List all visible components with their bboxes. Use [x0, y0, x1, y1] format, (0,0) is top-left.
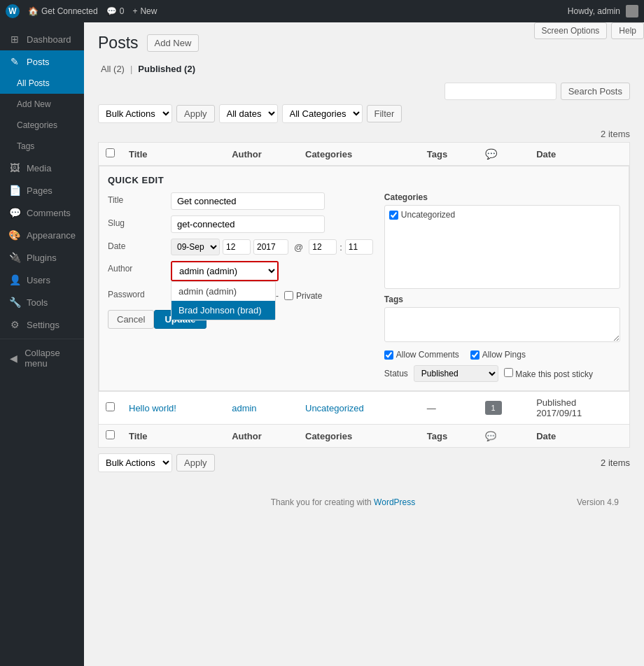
footer-title[interactable]: Title	[122, 425, 225, 448]
dates-select[interactable]: All dates	[219, 104, 278, 123]
help-button[interactable]: Help	[611, 22, 644, 39]
sidebar-item-posts[interactable]: ✎ Posts	[0, 50, 84, 73]
home-icon: 🏠	[28, 6, 38, 16]
categories-box: Uncategorized	[384, 205, 620, 289]
screen-options-button[interactable]: Screen Options	[534, 22, 608, 39]
comments-nav-icon: 💬	[8, 207, 21, 218]
post-category-link[interactable]: Uncategorized	[305, 403, 364, 413]
sidebar-item-media[interactable]: 🖼 Media	[0, 157, 84, 179]
month-select[interactable]: 09-Sep	[171, 239, 220, 255]
select-all-checkbox[interactable]	[106, 148, 115, 157]
row-categories-cell: Uncategorized	[298, 392, 420, 425]
title-input[interactable]	[171, 192, 325, 210]
category-label-uncategorized: Uncategorized	[401, 210, 455, 220]
slug-input[interactable]	[171, 215, 325, 233]
items-count-top: 2 items	[98, 129, 630, 139]
author-select[interactable]: admin (admin) Brad Johnson (brad)	[172, 262, 277, 280]
quick-edit-cols: Title Slug	[108, 192, 620, 382]
header-title[interactable]: Title	[122, 143, 225, 166]
apply-button-top[interactable]: Apply	[176, 105, 215, 122]
sidebar-item-tags[interactable]: Tags	[0, 136, 84, 157]
footer-comment-icon: 💬	[485, 431, 496, 441]
search-input[interactable]	[444, 83, 556, 100]
bulk-actions-select[interactable]: Bulk Actions	[98, 104, 172, 123]
row-checkbox[interactable]	[106, 402, 115, 411]
footer-comments: 💬	[478, 425, 530, 448]
footer-select-all[interactable]	[106, 430, 115, 439]
post-title-link[interactable]: Hello world!	[129, 403, 176, 413]
cancel-button[interactable]: Cancel	[108, 310, 154, 329]
posts-submenu: All Posts Add New Categories Tags	[0, 73, 84, 157]
year-input[interactable]	[253, 239, 288, 255]
bulk-actions-select-bottom[interactable]: Bulk Actions	[98, 453, 172, 472]
tab-all[interactable]: All (2)	[98, 61, 127, 77]
sidebar-item-all-posts[interactable]: All Posts	[0, 73, 84, 94]
sidebar-item-comments[interactable]: 💬 Comments	[0, 201, 84, 224]
tags-input[interactable]	[384, 307, 620, 342]
allow-comments-checkbox[interactable]	[384, 350, 393, 360]
post-author-link[interactable]: admin	[232, 403, 256, 413]
quick-edit-title-row: Title	[108, 192, 373, 210]
status-label: Status	[384, 369, 408, 378]
admin-bar: W 🏠 Get Connected 💬 0 + New Howdy, admin	[0, 0, 644, 22]
apply-button-bottom[interactable]: Apply	[176, 454, 215, 472]
status-select[interactable]: Published Draft Pending Review	[414, 365, 498, 382]
sticky-label[interactable]: Make this post sticky	[504, 368, 593, 379]
post-tabs: All (2) | Published (2)	[98, 61, 630, 77]
sidebar-item-users[interactable]: 👤 Users	[0, 269, 84, 291]
row-tags-cell: —	[420, 392, 478, 425]
site-name-item[interactable]: 🏠 Get Connected	[28, 6, 98, 16]
wp-logo-item[interactable]: W	[6, 4, 20, 18]
comments-item[interactable]: 💬 0	[106, 6, 125, 16]
category-checkbox-uncategorized[interactable]	[389, 211, 398, 220]
sidebar-item-dashboard[interactable]: ⊞ Dashboard	[0, 28, 84, 50]
sidebar-label-posts: Posts	[27, 57, 50, 67]
new-item[interactable]: + New	[132, 6, 157, 16]
sidebar-item-pages[interactable]: 📄 Pages	[0, 179, 84, 201]
allow-comments-text: Allow Comments	[396, 350, 459, 360]
private-checkbox[interactable]	[284, 291, 293, 300]
quick-edit-title: QUICK EDIT	[108, 175, 620, 185]
toolbar: Bulk Actions Apply All dates All Categor…	[98, 104, 630, 123]
date-colon: :	[340, 242, 342, 253]
tags-label: Tags	[17, 141, 34, 151]
categories-select[interactable]: All Categories	[282, 104, 363, 123]
header-date[interactable]: Date	[529, 143, 629, 166]
sidebar-item-collapse[interactable]: ◀ Collapse menu	[0, 342, 84, 374]
author-option-brad[interactable]: Brad Johnson (brad)	[172, 301, 275, 320]
author-dropdown: admin (admin) Brad Johnson (brad)	[171, 281, 276, 320]
sidebar-item-tools[interactable]: 🔧 Tools	[0, 291, 84, 313]
sidebar-label-settings: Settings	[27, 320, 59, 330]
sidebar: ⊞ Dashboard ✎ Posts All Posts Add New Ca…	[0, 22, 84, 666]
sidebar-item-add-new[interactable]: Add New	[0, 94, 84, 115]
hour-input[interactable]	[309, 239, 337, 255]
sidebar-item-settings[interactable]: ⚙ Settings	[0, 313, 84, 336]
filter-button[interactable]: Filter	[367, 105, 402, 122]
comment-count-badge[interactable]: 1	[485, 401, 502, 415]
footer-date[interactable]: Date	[529, 425, 629, 448]
sidebar-item-categories[interactable]: Categories	[0, 115, 84, 136]
author-option-admin[interactable]: admin (admin)	[172, 282, 275, 301]
row-author-cell: admin	[225, 392, 298, 425]
comments-pings-row: Allow Comments Allow Pings	[384, 350, 620, 360]
footer-wordpress-link[interactable]: WordPress	[374, 497, 415, 507]
table-row: Hello world! admin Uncategorized — 1	[99, 392, 630, 425]
minute-input[interactable]	[345, 239, 373, 255]
sticky-checkbox[interactable]	[504, 368, 513, 377]
sidebar-item-plugins[interactable]: 🔌 Plugins	[0, 246, 84, 269]
tab-published[interactable]: Published (2)	[135, 61, 198, 77]
private-label[interactable]: Private	[284, 291, 322, 301]
howdy-text: Howdy, admin	[568, 6, 620, 16]
password-label: Password	[108, 287, 164, 299]
allow-pings-checkbox[interactable]	[470, 350, 479, 360]
all-posts-label: All Posts	[17, 78, 50, 88]
sidebar-label-appearance: Appearance	[27, 230, 76, 241]
sidebar-item-appearance[interactable]: 🎨 Appearance	[0, 224, 84, 246]
add-new-button[interactable]: Add New	[147, 34, 200, 52]
allow-pings-label[interactable]: Allow Pings	[470, 350, 526, 360]
items-count-bottom: 2 items	[601, 458, 630, 468]
allow-comments-label[interactable]: Allow Comments	[384, 350, 459, 360]
day-input[interactable]	[223, 239, 251, 255]
row-date-cell: Published2017/09/11	[529, 392, 629, 425]
search-posts-button[interactable]: Search Posts	[561, 83, 630, 100]
